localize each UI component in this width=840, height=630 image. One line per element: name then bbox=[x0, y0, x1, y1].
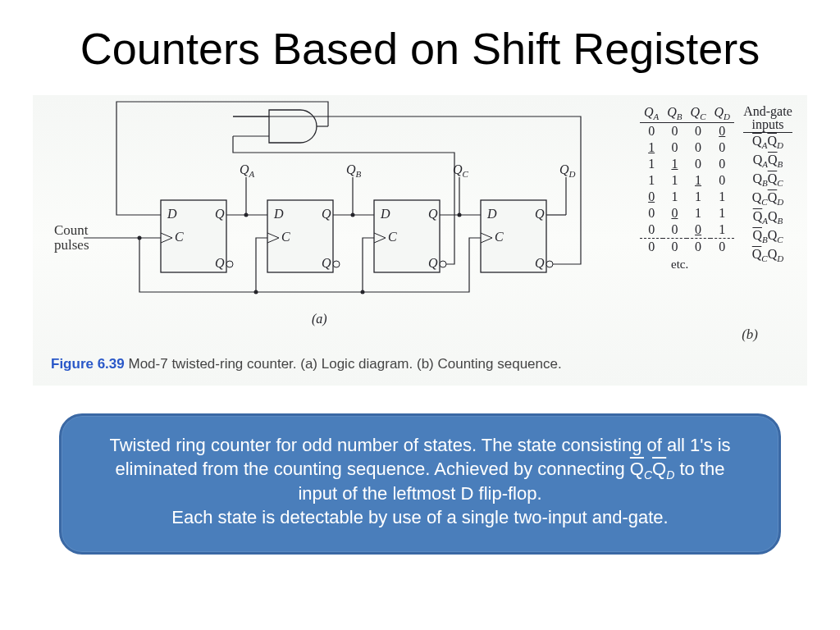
svg-point-26 bbox=[546, 261, 553, 267]
sublabel-b: (b) bbox=[742, 326, 758, 343]
count-pulses-label: Count bbox=[54, 222, 89, 238]
gate-input-row: QCQD bbox=[743, 189, 792, 208]
table-row: 0000 bbox=[640, 239, 734, 256]
and-gate-inputs-column: And-gate inputs QAQDQAQBQBQCQCQDQAQBQBQC… bbox=[743, 105, 792, 265]
table-row: 0001 bbox=[640, 221, 734, 239]
svg-point-20 bbox=[440, 261, 446, 267]
explanation-box: Twisted ring counter for odd number of s… bbox=[59, 413, 781, 555]
gate-input-row: QBQC bbox=[743, 171, 792, 189]
svg-text:pulses: pulses bbox=[54, 237, 89, 253]
svg-text:D: D bbox=[380, 207, 390, 221]
etc-label: etc. bbox=[671, 258, 688, 272]
svg-text:D: D bbox=[273, 207, 284, 221]
svg-text:Q: Q bbox=[535, 256, 545, 270]
explain-text: Twisted ring counter for odd number of s… bbox=[109, 435, 730, 455]
svg-text:Q: Q bbox=[215, 207, 225, 221]
svg-text:C: C bbox=[281, 230, 290, 244]
figure-area: D Q C Q D Q C Q D Q C Q D Q bbox=[33, 95, 807, 386]
logic-diagram: D Q C Q D Q C Q D Q C Q D Q bbox=[33, 95, 656, 341]
svg-point-8 bbox=[226, 261, 233, 267]
sublabel-a: (a) bbox=[312, 312, 327, 326]
flip-flop-b: D Q C Q bbox=[267, 200, 340, 272]
svg-text:QC: QC bbox=[453, 162, 469, 179]
svg-text:C: C bbox=[175, 230, 184, 244]
gate-input-row: QAQB bbox=[743, 152, 792, 171]
svg-text:QB: QB bbox=[346, 162, 362, 179]
svg-text:C: C bbox=[495, 230, 504, 244]
gate-input-row: QBQC bbox=[743, 227, 792, 246]
svg-text:Q: Q bbox=[428, 207, 438, 221]
svg-text:Q: Q bbox=[215, 256, 225, 270]
gate-input-row: QAQB bbox=[743, 208, 792, 227]
table-row: 0011 bbox=[640, 205, 734, 221]
svg-point-43 bbox=[138, 236, 142, 240]
table-row: 1110 bbox=[640, 172, 734, 189]
svg-point-14 bbox=[333, 261, 340, 267]
gate-input-row: QAQD bbox=[743, 133, 792, 152]
svg-text:Q: Q bbox=[535, 207, 545, 221]
table-row: 1000 bbox=[640, 139, 734, 156]
flip-flop-a: D Q C Q bbox=[161, 200, 233, 272]
svg-text:Q: Q bbox=[428, 256, 438, 270]
svg-point-31 bbox=[244, 213, 249, 217]
truth-table: QA QB QC QD 0000 1000 1100 1110 0111 001… bbox=[640, 105, 734, 255]
formula-qcqd: QCQD bbox=[630, 459, 675, 479]
and-gate-icon bbox=[269, 110, 317, 143]
gate-input-row: QCQD bbox=[743, 246, 792, 265]
svg-text:QD: QD bbox=[559, 162, 576, 179]
svg-text:Q: Q bbox=[322, 256, 331, 270]
table-row: 1100 bbox=[640, 156, 734, 172]
figure-caption: Figure 6.39 Mod-7 twisted-ring counter. … bbox=[51, 356, 562, 372]
svg-text:D: D bbox=[167, 207, 177, 221]
svg-text:D: D bbox=[486, 207, 497, 221]
flip-flop-c: D Q C Q bbox=[374, 200, 446, 272]
flip-flop-d: D Q C Q bbox=[481, 200, 553, 272]
svg-point-35 bbox=[458, 213, 462, 217]
svg-text:C: C bbox=[388, 230, 397, 244]
svg-text:Q: Q bbox=[322, 207, 331, 221]
svg-text:QA: QA bbox=[240, 162, 255, 179]
state-table: QA QB QC QD 0000 1000 1100 1110 0111 001… bbox=[640, 105, 796, 255]
slide-title: Counters Based on Shift Registers bbox=[0, 23, 840, 74]
table-row: 0000 bbox=[640, 123, 734, 140]
table-row: 0111 bbox=[640, 189, 734, 205]
svg-point-33 bbox=[351, 213, 355, 217]
